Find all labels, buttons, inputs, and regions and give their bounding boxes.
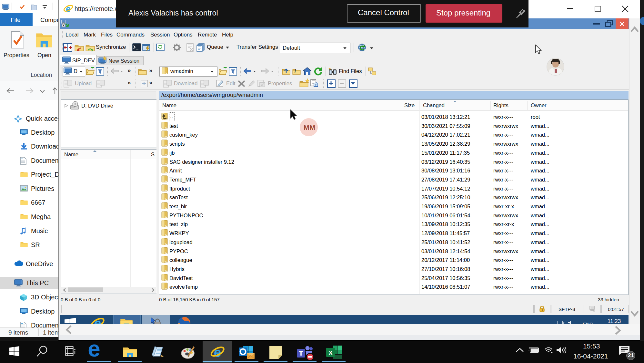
svg-text:X: X	[328, 349, 333, 356]
svg-text:x: x	[248, 83, 250, 87]
